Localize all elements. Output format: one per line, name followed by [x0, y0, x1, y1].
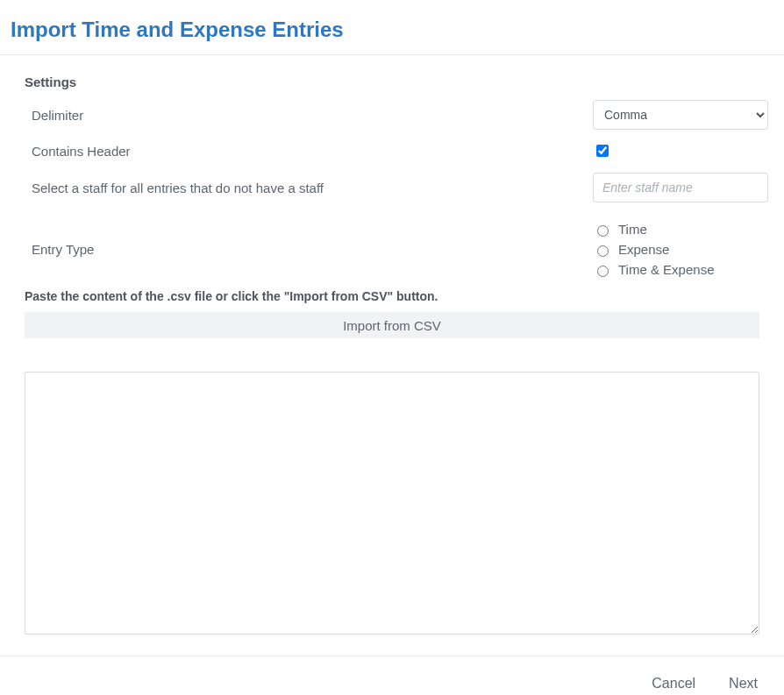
radio-expense-label: Expense	[618, 242, 669, 257]
delimiter-control: Comma	[593, 100, 768, 130]
settings-label: Settings	[25, 74, 759, 89]
entry-type-radio-group: Time Expense Time & Expense	[593, 222, 715, 277]
entry-type-label: Entry Type	[32, 242, 593, 257]
staff-input[interactable]	[593, 173, 768, 202]
radio-expense[interactable]	[597, 245, 609, 257]
staff-label: Select a staff for all entries that do n…	[32, 181, 593, 195]
contains-header-control	[593, 142, 752, 160]
entry-type-option-expense[interactable]: Expense	[593, 242, 715, 257]
settings-section: Delimiter Comma Contains Header Select a…	[25, 100, 759, 277]
radio-time[interactable]	[597, 225, 609, 237]
radio-time-expense-label: Time & Expense	[618, 262, 715, 277]
delimiter-select[interactable]: Comma	[593, 100, 768, 130]
entry-type-option-time-expense[interactable]: Time & Expense	[593, 262, 715, 277]
staff-row: Select a staff for all entries that do n…	[32, 173, 752, 202]
entry-type-option-time[interactable]: Time	[593, 222, 715, 237]
page-title: Import Time and Expense Entries	[11, 18, 773, 42]
contains-header-row: Contains Header	[32, 142, 752, 160]
csv-instruction: Paste the content of the .csv file or cl…	[25, 289, 759, 303]
radio-time-expense[interactable]	[597, 266, 609, 277]
contains-header-label: Contains Header	[32, 144, 593, 159]
radio-time-label: Time	[618, 222, 647, 237]
contains-header-checkbox[interactable]	[596, 145, 609, 157]
delimiter-label: Delimiter	[32, 108, 593, 123]
import-from-csv-button[interactable]: Import from CSV	[25, 312, 759, 338]
staff-control	[593, 173, 768, 202]
content: Settings Delimiter Comma Contains Header…	[0, 55, 784, 656]
header: Import Time and Expense Entries	[0, 0, 784, 54]
import-dialog: Import Time and Expense Entries Settings…	[0, 0, 784, 695]
entry-type-row: Entry Type Time Expense Time & Expense	[32, 222, 752, 277]
next-button[interactable]: Next	[727, 672, 759, 695]
csv-textarea[interactable]	[25, 372, 759, 635]
footer: Cancel Next	[0, 656, 784, 695]
delimiter-row: Delimiter Comma	[32, 100, 752, 130]
cancel-button[interactable]: Cancel	[650, 672, 697, 695]
